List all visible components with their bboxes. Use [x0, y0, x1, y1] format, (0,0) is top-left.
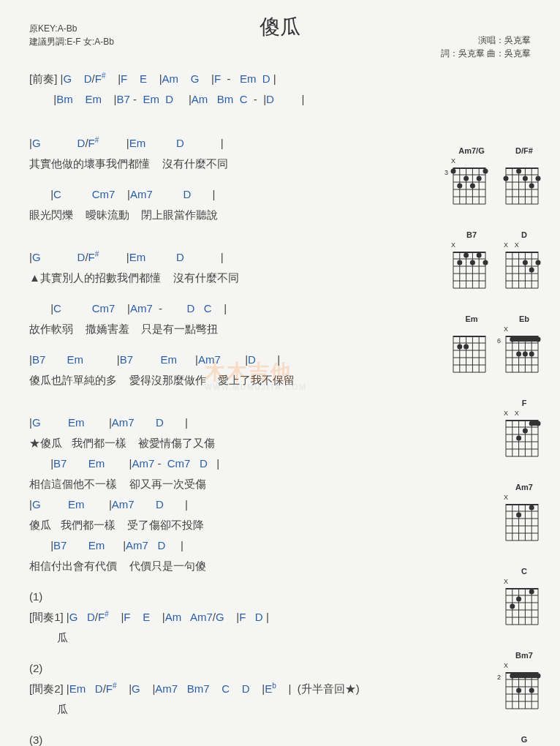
verse2-lyrics-1: ▲其實別人的招數我們都懂 沒有什麼不同 [29, 269, 443, 287]
svg-point-51 [483, 260, 488, 265]
svg-point-34 [536, 176, 541, 181]
verse2-lyrics-2: 故作軟弱 撒嬌害羞 只是有一點彆扭 [29, 320, 443, 338]
chord-diagram-B7: B7 X [450, 230, 493, 294]
svg-rect-35 [453, 252, 485, 253]
svg-point-162 [536, 674, 541, 679]
svg-point-159 [516, 688, 521, 693]
chord-diagram-D: D XX [503, 230, 545, 294]
svg-rect-145 [506, 672, 538, 674]
chord-diagram-Bm7: Bm7 X 2 [503, 651, 545, 715]
svg-point-115 [536, 421, 541, 426]
chorus-lyrics-2: 相信這個他不一樣 卻又再一次受傷 [29, 475, 443, 493]
svg-point-160 [523, 674, 528, 679]
svg-rect-67 [453, 336, 485, 337]
svg-point-65 [529, 268, 534, 273]
chorus-lyrics-3: 傻瓜 我們都一樣 受了傷卻不投降 [29, 516, 443, 534]
verse2-chords-1: |G D/F# |Em D | [29, 249, 443, 266]
pre-lyrics: 傻瓜也許單純的多 愛得沒那麼做作 愛上了我不保留 [29, 372, 443, 389]
verse1-chords-1: |G D/F# |Em D | [29, 135, 443, 152]
svg-point-158 [510, 674, 515, 679]
svg-point-16 [477, 176, 482, 181]
svg-point-97 [529, 352, 534, 357]
verse1-lyrics-1: 其實他做的壞事我們都懂 沒有什麼不同 [29, 155, 443, 173]
svg-rect-18 [506, 167, 538, 169]
svg-rect-130 [506, 588, 538, 589]
verse1-lyrics-2: 眼光閃爍 曖昧流動 閉上眼當作聽說 [29, 206, 443, 224]
svg-rect-0 [453, 167, 485, 169]
chord-diagram-F: F XX [503, 399, 545, 462]
svg-point-94 [510, 337, 515, 342]
svg-rect-99 [506, 420, 538, 421]
verse2-chords-2: |C Cm7 |Am7 - D C | [29, 300, 443, 317]
svg-point-128 [516, 513, 521, 518]
interlude2-lyric: 瓜 [29, 701, 443, 718]
performer-line: 演唱：吳克羣 [441, 34, 531, 47]
suggested-key: 建議男調:E-F 女:A-Bb [29, 35, 114, 48]
chorus-lyrics-1: ★傻瓜 我們都一樣 被愛情傷了又傷 [29, 434, 443, 452]
svg-point-142 [510, 604, 515, 609]
svg-point-129 [529, 505, 534, 510]
svg-point-95 [516, 352, 521, 357]
svg-point-98 [536, 337, 541, 342]
svg-point-113 [523, 429, 528, 434]
svg-point-31 [516, 169, 521, 174]
svg-rect-116 [506, 504, 538, 505]
svg-point-112 [516, 436, 521, 441]
chord-diagram-Am7/G: Am7/G X 3 [450, 146, 493, 210]
interlude1-chords: [間奏1] |G D/F# |F E |Am Am7/G |F D | [29, 609, 443, 626]
chorus-chords-1: |G Em |Am7 D | [29, 414, 443, 432]
chorus-chords-3: |G Em |Am7 D | [29, 496, 443, 513]
marker-3: (3) [29, 731, 443, 746]
svg-point-32 [523, 176, 528, 181]
svg-rect-81 [506, 336, 538, 337]
svg-point-17 [483, 169, 488, 174]
original-key: 原KEY:A-Bb [29, 22, 114, 35]
chord-diagram-Em: Em [450, 314, 493, 378]
svg-point-50 [477, 253, 482, 258]
marker-1: (1) [29, 588, 443, 606]
chorus-chords-4: |B7 Em |Am7 D | [29, 537, 443, 554]
svg-point-33 [529, 184, 534, 189]
pre-chords: |B7 Em |B7 Em |Am7 |D | [29, 351, 443, 369]
svg-point-96 [523, 352, 528, 357]
svg-point-114 [529, 421, 534, 426]
svg-point-143 [516, 597, 521, 602]
svg-point-15 [470, 184, 475, 189]
marker-2: (2) [29, 660, 443, 677]
interlude1-lyric: 瓜 [29, 629, 443, 647]
chord-diagram-C: C X [503, 567, 545, 630]
chorus-lyrics-4: 相信付出會有代價 代價只是一句傻 [29, 557, 443, 575]
chord-diagram-D/F#: D/F# [503, 146, 545, 210]
svg-rect-52 [506, 252, 538, 253]
verse1-chords-2: |C Cm7 |Am7 D | [29, 186, 443, 203]
credits: 演唱：吳克羣 詞：吳克羣 曲：吳克羣 [441, 34, 531, 60]
svg-point-144 [529, 589, 534, 595]
chord-diagram-Am7: Am7 X [503, 483, 545, 546]
svg-point-64 [523, 260, 528, 265]
interlude2-chords: [間奏2] |Em D/F# |G |Am7 Bm7 C D |Eb | (升半… [29, 680, 443, 698]
svg-point-79 [457, 344, 462, 350]
svg-point-14 [463, 176, 469, 181]
intro-line-1: [前奏] |G D/F# |F E |Am G |F - Em D | [29, 70, 443, 88]
svg-point-161 [529, 688, 534, 693]
svg-point-49 [470, 260, 475, 265]
svg-point-48 [463, 253, 469, 258]
svg-point-12 [451, 169, 456, 174]
intro-line-2: |Bm Em |B7 - Em D |Am Bm C - |D | [29, 91, 443, 108]
svg-point-30 [504, 176, 509, 181]
chorus-chords-2: |B7 Em |Am7 - Cm7 D | [29, 455, 443, 472]
meta-key-info: 原KEY:A-Bb 建議男調:E-F 女:A-Bb [29, 22, 114, 48]
svg-point-66 [536, 260, 541, 265]
svg-point-13 [457, 184, 462, 189]
svg-point-80 [463, 344, 469, 350]
svg-point-47 [457, 260, 462, 265]
chord-diagram-Eb: Eb X 6 [503, 314, 545, 378]
chord-diagrams: Am7/G X 3 D/F# B7 X D XX Em Eb X 6 F XX … [443, 146, 545, 746]
chord-diagram-G: G [503, 735, 545, 746]
writer-line: 詞：吳克羣 曲：吳克羣 [441, 47, 531, 60]
